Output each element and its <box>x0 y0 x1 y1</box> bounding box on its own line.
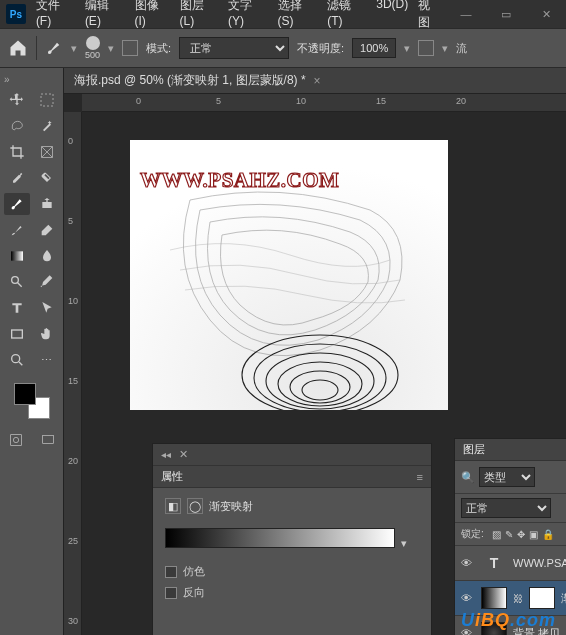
photoshop-logo: Ps <box>6 4 26 24</box>
search-kind-icon[interactable]: 🔍 <box>461 471 475 484</box>
quick-mask-icon[interactable] <box>3 429 29 451</box>
canvas-watermark-text: WWW.PSAHZ.COM <box>140 168 339 193</box>
brush-preview[interactable]: 500 <box>85 36 100 60</box>
lock-all-icon[interactable]: 🔒 <box>542 529 554 540</box>
filter-kind-select[interactable]: 类型 <box>479 467 535 487</box>
screen-mode-icon[interactable] <box>35 429 61 451</box>
menu-view[interactable]: 视图 <box>414 0 446 35</box>
gradient-tool[interactable] <box>4 245 30 267</box>
panel-close-icon[interactable]: ✕ <box>179 448 188 461</box>
dither-checkbox[interactable] <box>165 566 177 578</box>
document-workspace: 海报.psd @ 50% (渐变映射 1, 图层蒙版/8) * × 0 5 10… <box>64 68 566 635</box>
color-swatches[interactable] <box>14 383 50 419</box>
menu-filter[interactable]: 滤镜(T) <box>323 0 370 35</box>
layer-thumb-mask[interactable] <box>529 587 555 609</box>
layer-item[interactable]: 👁 T WWW.PSAHZ.COM <box>455 546 566 581</box>
move-tool[interactable] <box>4 89 30 111</box>
window-close-button[interactable]: ✕ <box>526 0 566 28</box>
type-tool[interactable] <box>4 297 30 319</box>
lock-paint-icon[interactable]: ✎ <box>505 529 513 540</box>
edit-toolbar-icon[interactable]: ⋯ <box>34 349 60 371</box>
site-watermark: UiBQ.com <box>461 610 556 631</box>
menu-layer[interactable]: 图层(L) <box>176 0 222 35</box>
svg-rect-4 <box>11 330 22 338</box>
visibility-toggle-icon[interactable]: 👁 <box>461 592 475 604</box>
magic-wand-tool[interactable] <box>34 115 60 137</box>
lasso-tool[interactable] <box>4 115 30 137</box>
reverse-checkbox[interactable] <box>165 587 177 599</box>
menu-file[interactable]: 文件(F) <box>32 0 79 35</box>
brush-tool[interactable] <box>4 193 30 215</box>
eraser-tool[interactable] <box>34 219 60 241</box>
layer-blend-select[interactable]: 正常 <box>461 498 551 518</box>
layer-thumb-text: T <box>481 552 507 574</box>
reverse-label: 反向 <box>183 585 205 600</box>
svg-rect-8 <box>42 435 53 443</box>
layer-thumb-adjust <box>481 587 507 609</box>
layers-panel: 图层 ≡ 🔍 类型 ▦ ◐ T <box>454 438 566 635</box>
close-tab-icon[interactable]: × <box>314 74 321 88</box>
menu-edit[interactable]: 编辑(E) <box>81 0 129 35</box>
layer-name[interactable]: 渐变映射 1 <box>561 591 566 606</box>
mode-label: 模式: <box>146 41 171 56</box>
frame-tool[interactable] <box>34 141 60 163</box>
toolbox: » ⋯ <box>0 68 64 635</box>
canvas[interactable]: WWW.PSAHZ.COM <box>130 140 448 410</box>
visibility-toggle-icon[interactable]: 👁 <box>461 557 475 569</box>
link-icon[interactable]: ⛓ <box>513 593 523 604</box>
adjustment-type-label: 渐变映射 <box>209 499 253 514</box>
brush-tool-icon[interactable] <box>45 39 63 57</box>
lock-artboard-icon[interactable]: ▣ <box>529 529 538 540</box>
eyedropper-tool[interactable] <box>4 167 30 189</box>
menu-type[interactable]: 文字(Y) <box>224 0 272 35</box>
blend-mode-select[interactable]: 正常 <box>179 37 289 59</box>
panel-collapse-icon[interactable]: ◂◂ <box>161 449 171 460</box>
flow-label: 流 <box>456 41 467 56</box>
foreground-color-swatch[interactable] <box>14 383 36 405</box>
gradient-dropdown-icon[interactable]: ▾ <box>401 537 413 549</box>
mask-icon[interactable]: ◯ <box>187 498 203 514</box>
blur-tool[interactable] <box>34 245 60 267</box>
svg-point-7 <box>13 437 18 442</box>
healing-brush-tool[interactable] <box>34 167 60 189</box>
hand-tool[interactable] <box>34 323 60 345</box>
home-icon[interactable] <box>8 38 28 58</box>
window-maximize-button[interactable]: ▭ <box>486 0 526 28</box>
brush-size-value: 500 <box>85 50 100 60</box>
gradient-preview[interactable] <box>165 528 395 548</box>
layer-name[interactable]: WWW.PSAHZ.COM <box>513 557 566 569</box>
main-menu: 文件(F) 编辑(E) 图像(I) 图层(L) 文字(Y) 选择(S) 滤镜(T… <box>32 0 446 35</box>
clone-stamp-tool[interactable] <box>34 193 60 215</box>
menu-select[interactable]: 选择(S) <box>274 0 322 35</box>
path-selection-tool[interactable] <box>34 297 60 319</box>
panel-menu-icon[interactable]: ≡ <box>417 471 423 483</box>
svg-rect-6 <box>10 435 21 446</box>
properties-panel-title: 属性 <box>161 469 183 484</box>
marquee-tool[interactable] <box>34 89 60 111</box>
lock-label: 锁定: <box>461 527 484 541</box>
rectangle-tool[interactable] <box>4 323 30 345</box>
lock-position-icon[interactable]: ✥ <box>517 529 525 540</box>
opacity-input[interactable] <box>352 38 396 58</box>
brush-panel-toggle-icon[interactable] <box>122 40 138 56</box>
dodge-tool[interactable] <box>4 271 30 293</box>
crop-tool[interactable] <box>4 141 30 163</box>
titlebar: Ps 文件(F) 编辑(E) 图像(I) 图层(L) 文字(Y) 选择(S) 滤… <box>0 0 566 28</box>
zoom-tool[interactable] <box>4 349 30 371</box>
window-controls: — ▭ ✕ <box>446 0 566 28</box>
adjustment-icon: ◧ <box>165 498 181 514</box>
history-brush-tool[interactable] <box>4 219 30 241</box>
svg-point-3 <box>11 277 18 284</box>
document-tab[interactable]: 海报.psd @ 50% (渐变映射 1, 图层蒙版/8) * × <box>64 68 566 94</box>
toolbox-expand-icon[interactable]: » <box>4 74 10 85</box>
horizontal-ruler: 0 5 10 15 20 <box>82 94 566 112</box>
pressure-opacity-icon[interactable] <box>418 40 434 56</box>
menu-image[interactable]: 图像(I) <box>131 0 174 35</box>
properties-panel: ◂◂ ✕ 属性 ≡ ◧ ◯ 渐变映射 ▾ 仿 <box>152 443 432 635</box>
window-minimize-button[interactable]: — <box>446 0 486 28</box>
lock-transparent-icon[interactable]: ▨ <box>492 529 501 540</box>
svg-rect-2 <box>11 251 23 260</box>
pen-tool[interactable] <box>34 271 60 293</box>
svg-point-5 <box>11 355 19 363</box>
menu-3d[interactable]: 3D(D) <box>372 0 412 35</box>
